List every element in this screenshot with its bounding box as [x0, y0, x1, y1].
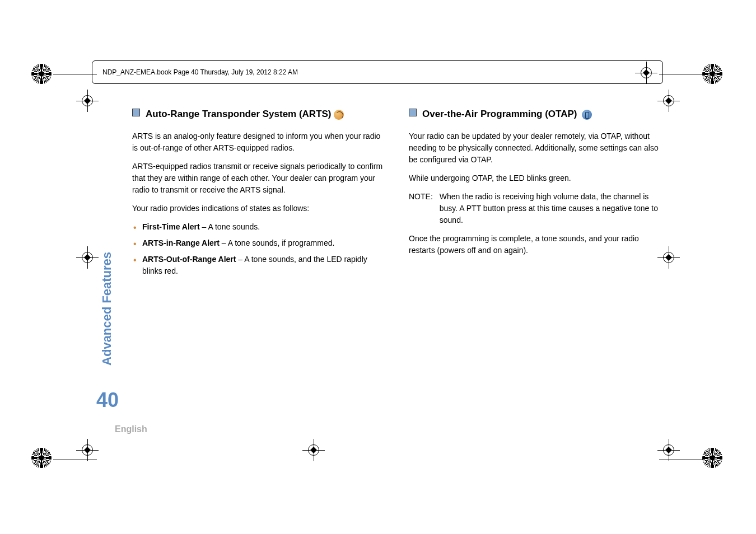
sidebar-chapter-label: Advanced Features [100, 252, 114, 366]
otap-para-3: Once the programming is complete, a tone… [409, 233, 663, 256]
reg-line [659, 460, 703, 460]
section-heading-arts: Auto-Range Transponder System (ARTS) [132, 106, 386, 121]
reg-line [53, 74, 97, 74]
note-text: When the radio is receiving high volume … [440, 191, 663, 226]
arts-para-1: ARTS is an analog-only feature designed … [132, 130, 386, 154]
reg-mark-tl [31, 64, 54, 86]
reg-mark-tr [702, 64, 725, 86]
section-title-otap: Over-the-Air Programming (OTAP) [422, 106, 592, 121]
arts-bullet-list: First-Time Alert – A tone sounds. ARTS-i… [132, 221, 386, 277]
note-block: NOTE: When the radio is receiving high v… [409, 191, 663, 226]
reg-mark-br [702, 448, 725, 470]
left-column: Auto-Range Transponder System (ARTS) ART… [92, 106, 386, 282]
reg-cross-bl2 [76, 439, 99, 461]
reg-line [53, 460, 97, 460]
list-item: ARTS-Out-of-Range Alert – A tone sounds,… [132, 254, 386, 277]
section-heading-otap: Over-the-Air Programming (OTAP) [409, 106, 663, 121]
list-item: ARTS-in-Range Alert – A tone sounds, if … [132, 237, 386, 249]
analog-icon [334, 110, 344, 120]
section-title-arts: Auto-Range Transponder System (ARTS) [146, 106, 344, 121]
right-column: Over-the-Air Programming (OTAP) Your rad… [409, 106, 663, 282]
reg-line [659, 74, 703, 74]
otap-para-1: Your radio can be updated by your dealer… [409, 130, 663, 166]
digital-icon [582, 110, 592, 120]
section-marker-icon [132, 109, 140, 116]
page-header-frame: NDP_ANZ-EMEA.book Page 40 Thursday, July… [92, 60, 663, 84]
otap-para-2: While undergoing OTAP, the LED blinks gr… [409, 172, 663, 184]
page-header-text: NDP_ANZ-EMEA.book Page 40 Thursday, July… [102, 68, 298, 76]
content-area: Auto-Range Transponder System (ARTS) ART… [92, 106, 663, 282]
list-item: First-Time Alert – A tone sounds. [132, 221, 386, 233]
arts-para-3: Your radio provides indications of state… [132, 203, 386, 214]
section-marker-icon [409, 109, 417, 116]
language-label: English [115, 424, 147, 434]
note-label: NOTE: [409, 191, 433, 226]
reg-cross-bc [302, 439, 325, 461]
page-number: 40 [96, 388, 119, 412]
reg-cross-br2 [657, 439, 680, 461]
reg-mark-bl [31, 448, 54, 470]
arts-para-2: ARTS-equipped radios transmit or receive… [132, 161, 386, 196]
